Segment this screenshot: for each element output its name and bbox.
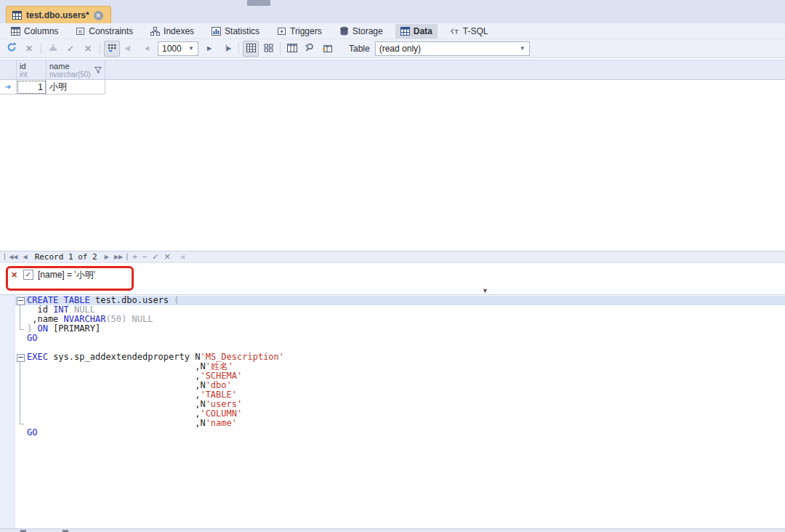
next-record-button[interactable]: ▶ <box>105 254 109 260</box>
tab-t-sql[interactable]: TT-SQL <box>445 24 494 39</box>
goto-row-button[interactable] <box>319 41 335 57</box>
fold-guide <box>20 315 20 324</box>
delete-record-button[interactable]: − <box>142 253 147 261</box>
chevron-down-icon: ▼ <box>188 45 194 52</box>
filter-enabled-checkbox[interactable]: ✓ <box>23 270 33 280</box>
tab-indexes[interactable]: Indexes <box>145 24 199 39</box>
apply-changes-button[interactable] <box>45 41 61 57</box>
triggers-icon <box>277 27 286 36</box>
sql-code-line: GO <box>0 334 785 343</box>
top-strip-fragment <box>247 0 270 6</box>
rollback-button[interactable]: ✕ <box>80 41 96 57</box>
sql-code-line: ,name NVARCHAR(50) NULL <box>0 315 785 324</box>
tab-label: Data <box>414 26 432 36</box>
document-tab-users[interactable]: test.dbo.users* ✕ <box>6 6 111 24</box>
page-size-value: 1000 <box>162 44 182 54</box>
tab-storage[interactable]: Storage <box>334 24 388 39</box>
filter-expression[interactable]: [name] = '小明' <box>38 269 95 281</box>
sql-text: CREATE TABLE test.dbo.users ( <box>27 295 180 305</box>
sql-text: GO <box>27 333 37 343</box>
sql-text: ,N'users' <box>27 399 242 409</box>
tab-constraints[interactable]: BConstraints <box>71 24 138 39</box>
data-tab-content: id int name nvarchar(50) ➜ 1 小明 <box>0 58 785 528</box>
grid-corner-cell[interactable] <box>0 60 17 79</box>
close-tab-icon[interactable]: ✕ <box>94 11 103 20</box>
cell-name[interactable]: 小明 <box>47 80 105 94</box>
app-window: test.dbo.users* ✕ ColumnsBConstraintsInd… <box>0 0 785 532</box>
sql-text: ,N'name' <box>27 418 237 428</box>
paging-toggle-button[interactable] <box>104 41 120 57</box>
sql-text: ,name NVARCHAR(50) NULL <box>27 314 153 324</box>
chevron-down-icon: ▼ <box>520 45 526 52</box>
bottom-strip <box>0 528 785 532</box>
stop-refresh-button[interactable]: ✕ <box>21 41 37 57</box>
constraints-icon: B <box>76 27 85 36</box>
tab-triggers[interactable]: Triggers <box>272 24 327 39</box>
document-tab-title: test.dbo.users* <box>26 10 89 20</box>
card-view-button[interactable] <box>260 41 276 57</box>
tab-label: T-SQL <box>463 26 488 36</box>
fold-guide <box>20 381 20 390</box>
tab-statistics[interactable]: Statistics <box>206 24 265 39</box>
refresh-icon <box>7 42 17 55</box>
commit-button[interactable]: ✓ <box>63 41 78 57</box>
panel-splitter[interactable]: ▼ <box>0 289 785 294</box>
fold-collapse-icon[interactable] <box>17 354 25 362</box>
last-page-button[interactable]: ▕▶ <box>219 41 235 57</box>
fold-guide <box>20 400 20 409</box>
search-button[interactable] <box>302 41 318 57</box>
page-size-combo[interactable]: 1000 ▼ <box>158 41 198 56</box>
fold-guide <box>20 305 20 315</box>
fold-collapse-icon[interactable] <box>17 297 25 305</box>
first-record-button[interactable]: ▏◀◀ <box>4 254 17 260</box>
fold-guide <box>20 371 20 381</box>
column-name: id <box>20 62 43 70</box>
svg-text:T: T <box>454 28 459 35</box>
sql-code-line: CREATE TABLE test.dbo.users ( <box>0 296 785 305</box>
ribbon-tabs: ColumnsBConstraintsIndexesStatisticsTrig… <box>0 23 785 39</box>
post-edit-button[interactable]: ✓ <box>152 253 158 261</box>
column-visibility-button[interactable] <box>284 41 300 57</box>
refresh-button[interactable] <box>4 41 20 57</box>
sql-text: ,N'dbo' <box>27 380 232 390</box>
hscroll-left-arrow[interactable]: ◀ <box>180 254 185 260</box>
cell-id[interactable]: 1 <box>17 80 47 94</box>
svg-text:B: B <box>78 28 82 35</box>
append-record-button[interactable]: + <box>132 253 137 261</box>
sql-script-panel[interactable]: CREATE TABLE test.dbo.users ( id INT NUL… <box>0 295 785 528</box>
tab-columns[interactable]: Columns <box>6 24 63 39</box>
previous-record-button[interactable]: ◀ <box>23 254 27 260</box>
cancel-edit-button[interactable]: ✕ <box>164 253 170 261</box>
paging-grid-icon <box>108 42 117 55</box>
first-page-button[interactable]: ◀▏ <box>121 41 137 57</box>
table-mode-value: (read only) <box>379 44 421 54</box>
record-position-label: Record 1 of 2 <box>35 252 97 262</box>
document-tab-bar: test.dbo.users* ✕ <box>0 6 785 23</box>
previous-page-button[interactable]: ◀ <box>139 41 155 57</box>
tab-label: Indexes <box>164 26 194 36</box>
grid-view-icon <box>246 42 256 55</box>
remove-filter-icon[interactable]: ✕ <box>11 270 17 280</box>
table-mode-combo[interactable]: (read only) ▼ <box>375 41 530 56</box>
table-icon <box>12 11 22 20</box>
table-row: ➜ 1 小明 <box>0 80 785 94</box>
row-header-cell[interactable]: ➜ <box>0 80 17 94</box>
next-page-icon: ▶ <box>207 45 212 52</box>
column-header-id[interactable]: id int <box>17 60 47 79</box>
last-record-button[interactable]: ▶▶▕ <box>114 254 127 260</box>
toolbar-separator <box>100 42 100 55</box>
tab-data[interactable]: Data <box>395 24 438 39</box>
sql-gutter <box>0 295 15 528</box>
next-page-button[interactable]: ▶ <box>201 41 217 57</box>
sql-text: GO <box>27 427 37 438</box>
tab-label: Triggers <box>290 26 322 36</box>
column-header-name[interactable]: name nvarchar(50) <box>47 60 105 79</box>
filter-funnel-icon[interactable] <box>94 63 102 76</box>
current-row-arrow-icon: ➜ <box>5 83 11 91</box>
grid-view-button[interactable] <box>243 41 259 57</box>
collapse-chevron-icon[interactable]: ▼ <box>482 287 488 294</box>
previous-page-icon: ◀ <box>145 45 149 52</box>
sql-text: id INT NULL <box>27 305 95 315</box>
tab-label: Columns <box>24 26 58 36</box>
data-icon <box>400 27 410 36</box>
